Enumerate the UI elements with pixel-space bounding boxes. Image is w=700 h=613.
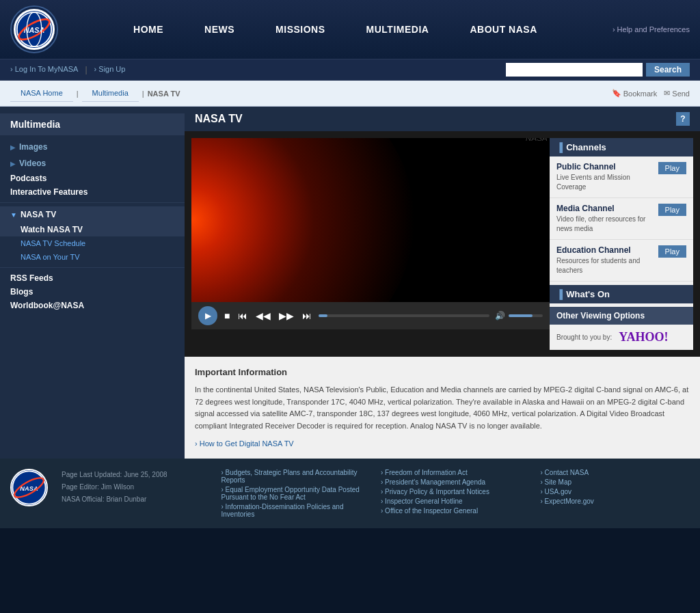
footer-link-privacy[interactable]: › Privacy Policy & Important Notices (381, 488, 530, 495)
sidebar-item-rss[interactable]: RSS Feeds (0, 271, 185, 285)
progress-bar[interactable] (319, 314, 489, 317)
brought-by-section: Brought to you by: YAHOO! (550, 325, 693, 350)
footer-link-sitemap[interactable]: › Site Map (541, 478, 690, 486)
nav-multimedia[interactable]: MULTIMEDIA (346, 18, 450, 40)
next-button[interactable]: ⏭ (301, 309, 313, 323)
media-channel-play-btn[interactable]: Play (658, 204, 686, 216)
svg-text:NASA: NASA (526, 138, 548, 142)
breadcrumb-current: NASA TV (148, 90, 180, 98)
footer-links-col1: › Budgets, Strategic Plans and Accountab… (221, 469, 371, 518)
sidebar-item-blogs[interactable]: Blogs (0, 285, 185, 299)
public-channel-name: Public Channel (556, 162, 655, 172)
education-channel-play-btn[interactable]: Play (658, 245, 686, 258)
video-player[interactable]: NASA (191, 138, 550, 302)
breadcrumb-multimedia[interactable]: Multimedia (82, 85, 139, 102)
rew-button[interactable]: ◀◀ (254, 309, 272, 323)
footer-link-usa[interactable]: › USA.gov (541, 488, 690, 495)
sidebar-item-nasa-tv: ▼ NASA TV (0, 206, 185, 223)
sidebar-item-interactive[interactable]: Interactive Features (0, 185, 185, 199)
footer-meta: Page Last Updated: June 25, 2008 Page Ed… (62, 469, 211, 518)
media-channel-desc: Video file, other resources for news med… (556, 215, 655, 234)
public-channel: Public Channel Live Events and Mission C… (550, 156, 693, 198)
arrow-down-icon: ▼ (10, 211, 17, 219)
signup-link[interactable]: › Sign Up (94, 65, 126, 74)
stop-button[interactable]: ■ (223, 309, 231, 323)
channels-header: Channels (550, 138, 693, 156)
page-title: NASA TV (195, 113, 243, 125)
sidebar-item-worldbook[interactable]: Worldbook@NASA (0, 299, 185, 312)
info-title: Important Information (195, 367, 690, 377)
education-channel-name: Education Channel (556, 245, 655, 255)
breadcrumb: NASA Home | Multimedia | NASA TV 🔖 Bookm… (0, 81, 700, 107)
arrow-icon-videos: ▶ (10, 160, 16, 167)
sidebar-item-podcasts[interactable]: Podcasts (0, 172, 185, 185)
footer-link-ig-office[interactable]: › Office of the Inspector General (381, 507, 530, 515)
other-viewing-header: Other Viewing Options (550, 307, 693, 325)
ffw-button[interactable]: ▶▶ (278, 309, 295, 323)
footer-links-col2: › Freedom of Information Act › President… (381, 469, 530, 518)
footer-link-eeod[interactable]: › Equal Employment Opportunity Data Post… (221, 486, 371, 501)
volume-slider[interactable] (509, 314, 543, 317)
footer-link-info-policies[interactable]: › Information-Dissemination Policies and… (221, 503, 371, 518)
footer-link-ig-hotline[interactable]: › Inspector General Hotline (381, 498, 530, 505)
media-channel-name: Media Channel (556, 204, 655, 213)
bookmark-link[interactable]: 🔖 Bookmark (612, 89, 658, 98)
footer: NASA Page Last Updated: June 25, 2008 Pa… (0, 459, 700, 528)
volume-icon: 🔊 (495, 311, 505, 321)
sidebar-title: Multimedia (0, 113, 185, 135)
main-nav: HOME NEWS MISSIONS MULTIMEDIA ABOUT NASA (58, 18, 612, 40)
sidebar-item-watch-nasa-tv[interactable]: Watch NASA TV (0, 223, 185, 236)
nav-home[interactable]: HOME (113, 18, 184, 40)
header: NASA HOME NEWS MISSIONS MULTIMEDIA ABOUT… (0, 0, 700, 81)
search-input[interactable] (506, 63, 643, 77)
sidebar-item-videos[interactable]: ▶ Videos (0, 155, 185, 172)
education-channel-desc: Resources for students and teachers (556, 256, 655, 275)
whats-on-header: What's On (550, 285, 693, 303)
login-link[interactable]: › Log In To MyNASA (10, 65, 78, 74)
footer-link-expectmore[interactable]: › ExpectMore.gov (541, 498, 690, 505)
info-section: Important Information In the continental… (185, 357, 700, 459)
nav-news[interactable]: NEWS (184, 18, 255, 40)
education-channel: Education Channel Resources for students… (550, 240, 693, 282)
footer-link-contact[interactable]: › Contact NASA (541, 469, 690, 476)
arrow-icon: ▶ (10, 144, 16, 151)
yahoo-logo[interactable]: YAHOO! (619, 330, 668, 344)
public-channel-play-btn[interactable]: Play (658, 162, 686, 174)
nav-missions[interactable]: MISSIONS (255, 18, 345, 40)
nasa-logo[interactable]: NASA (10, 5, 58, 53)
player-controls: ▶ ■ ⏮ ◀◀ ▶▶ ⏭ 🔊 (191, 302, 550, 329)
sidebar-item-schedule[interactable]: NASA TV Schedule (0, 236, 185, 250)
footer-logo: NASA (10, 469, 51, 510)
footer-links-col3: › Contact NASA › Site Map › USA.gov › Ex… (541, 469, 690, 518)
footer-link-pma[interactable]: › President's Management Agenda (381, 478, 530, 486)
sidebar-item-on-your-tv[interactable]: NASA on Your TV (0, 250, 185, 264)
info-text: In the continental United States, NASA T… (195, 384, 690, 432)
public-channel-desc: Live Events and Mission Coverage (556, 173, 655, 192)
brought-by-label: Brought to you by: (556, 333, 612, 341)
nav-about[interactable]: ABOUT NASA (449, 18, 557, 40)
footer-link-foia[interactable]: › Freedom of Information Act (381, 469, 530, 476)
play-button[interactable]: ▶ (198, 306, 217, 325)
search-button[interactable]: Search (646, 63, 690, 77)
sidebar: Multimedia ▶ Images ▶ Videos Podcasts In… (0, 107, 185, 459)
svg-point-5 (191, 138, 414, 302)
media-channel: Media Channel Video file, other resource… (550, 198, 693, 240)
send-icon: ✉ (664, 89, 670, 98)
help-button[interactable]: ? (676, 112, 690, 126)
prev-button[interactable]: ⏮ (237, 309, 249, 323)
sidebar-item-images[interactable]: ▶ Images (0, 139, 185, 155)
send-link[interactable]: ✉ Send (664, 89, 690, 98)
channels-panel: Channels Public Channel Live Events and … (550, 138, 693, 350)
bookmark-icon: 🔖 (612, 89, 621, 98)
footer-link-budgets[interactable]: › Budgets, Strategic Plans and Accountab… (221, 469, 371, 484)
help-preferences-link[interactable]: › Help and Preferences (612, 25, 690, 33)
digital-nasa-tv-link[interactable]: › How to Get Digital NASA TV (195, 439, 294, 448)
breadcrumb-nasa-home[interactable]: NASA Home (10, 85, 73, 102)
